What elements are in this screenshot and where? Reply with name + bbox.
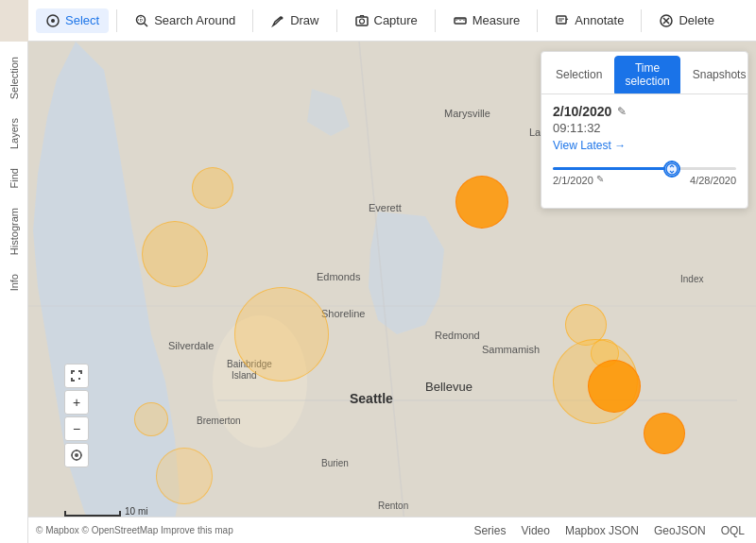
sidebar-tab-histogram[interactable]: Histogram <box>5 200 24 263</box>
slider-start-label: 2/1/2020 ✎ <box>553 174 610 187</box>
location-button[interactable] <box>64 443 89 467</box>
zoom-out-button[interactable]: − <box>64 416 89 441</box>
zoom-in-button[interactable]: + <box>64 390 89 415</box>
series-tool[interactable]: Series <box>470 522 509 539</box>
delete-label: Delete <box>679 13 714 27</box>
svg-text:Index: Index <box>680 274 703 284</box>
svg-text:Renton: Renton <box>378 501 408 511</box>
draw-label: Draw <box>290 13 318 27</box>
separator-3 <box>336 9 337 32</box>
time-panel: Selection Time selection Snapshots 2/10/… <box>541 51 748 209</box>
date-row: 2/10/2020 ✎ <box>553 104 736 119</box>
draw-tool[interactable]: Draw <box>261 8 328 33</box>
svg-text:Bremerton: Bremerton <box>197 416 241 426</box>
bottom-bar: © Mapbox © OpenStreetMap Improve this ma… <box>28 517 756 543</box>
slider-start-edit-icon[interactable]: ✎ <box>596 174 610 187</box>
annotate-label: Annotate <box>575 13 624 27</box>
select-tool[interactable]: Select <box>36 8 109 33</box>
separator-1 <box>116 9 117 32</box>
tab-snapshots[interactable]: Snapshots <box>682 56 756 93</box>
svg-rect-7 <box>356 17 368 25</box>
capture-label: Capture <box>374 13 418 27</box>
svg-text:Edmonds: Edmonds <box>317 271 361 282</box>
slider-end-label: 4/28/2020 <box>690 175 736 186</box>
capture-tool[interactable]: Capture <box>345 8 427 33</box>
svg-point-6 <box>281 16 284 19</box>
svg-point-46 <box>75 453 78 457</box>
svg-line-3 <box>145 23 148 26</box>
oql-tool[interactable]: OQL <box>717 522 748 539</box>
map-bubble[interactable] <box>234 287 329 382</box>
tab-time-selection[interactable]: Time selection <box>614 56 679 93</box>
map-bubble[interactable] <box>192 167 233 209</box>
svg-text:Seattle: Seattle <box>350 391 393 406</box>
map-controls: + − <box>64 364 89 467</box>
attribution: © Mapbox © OpenStreetMap Improve this ma… <box>36 525 233 535</box>
map-bubble[interactable] <box>455 176 508 229</box>
scale-text: 10 mi <box>125 506 147 517</box>
panel-content: 2/10/2020 ✎ 09:11:32 View Latest → 2/1/2… <box>541 94 747 208</box>
svg-text:Everett: Everett <box>369 202 402 213</box>
capture-icon <box>354 13 369 28</box>
separator-6 <box>641 9 642 32</box>
map-bubble[interactable] <box>644 413 685 454</box>
panel-tabs: Selection Time selection Snapshots <box>541 52 747 94</box>
measure-icon <box>453 13 468 28</box>
slider-container[interactable]: 2/1/2020 ✎ 4/28/2020 <box>553 163 736 191</box>
select-icon <box>45 13 60 28</box>
search-around-label: Search Around <box>154 13 235 27</box>
sidebar-tab-layers[interactable]: Layers <box>5 110 24 157</box>
sidebar-tab-selection[interactable]: Selection <box>5 49 24 107</box>
sidebar-tab-info[interactable]: Info <box>5 266 24 298</box>
search-around-icon <box>134 13 149 28</box>
svg-text:Silverdale: Silverdale <box>168 340 214 351</box>
svg-point-8 <box>359 19 364 24</box>
date-edit-icon[interactable]: ✎ <box>617 105 630 118</box>
bottom-tools: Series Video Mapbox JSON GeoJSON OQL <box>470 522 748 539</box>
svg-text:Sammamish: Sammamish <box>482 344 540 355</box>
date-value: 2/10/2020 <box>553 104 611 119</box>
separator-4 <box>435 9 436 32</box>
svg-text:Shoreline: Shoreline <box>321 308 365 319</box>
geojson-tool[interactable]: GeoJSON <box>650 522 710 539</box>
slider-thumb[interactable] <box>663 161 680 178</box>
mapbox-json-tool[interactable]: Mapbox JSON <box>561 522 643 539</box>
video-tool[interactable]: Video <box>517 522 553 539</box>
fullscreen-button[interactable] <box>64 364 89 388</box>
sidebar-tab-find[interactable]: Find <box>5 161 24 195</box>
attribution-text: © Mapbox © OpenStreetMap Improve this ma… <box>36 525 233 535</box>
left-sidebar: Selection Layers Find Histogram Info <box>0 42 28 543</box>
map-bubble[interactable] <box>156 448 213 504</box>
delete-tool[interactable]: Delete <box>649 8 724 33</box>
draw-icon <box>270 13 285 28</box>
svg-rect-15 <box>557 16 566 24</box>
scale-bar: 10 mi <box>64 506 147 517</box>
separator-2 <box>252 9 253 32</box>
measure-label: Measure <box>472 13 521 27</box>
toolbar: Select Search Around Draw Capture Measur… <box>28 0 756 42</box>
svg-text:Redmond: Redmond <box>435 330 480 341</box>
svg-text:Marysville: Marysville <box>444 108 490 119</box>
svg-text:Bellevue: Bellevue <box>425 380 472 394</box>
annotate-icon <box>555 13 570 28</box>
view-latest-link[interactable]: View Latest → <box>553 139 736 152</box>
slider-labels: 2/1/2020 ✎ 4/28/2020 <box>553 174 736 187</box>
delete-icon <box>659 13 674 28</box>
separator-5 <box>537 9 538 32</box>
map-bubble[interactable] <box>134 402 168 436</box>
select-label: Select <box>65 13 99 27</box>
map-bubble[interactable] <box>588 360 641 413</box>
svg-point-1 <box>51 19 55 23</box>
slider-track <box>553 167 736 170</box>
annotate-tool[interactable]: Annotate <box>545 8 633 33</box>
slider-fill <box>553 167 672 170</box>
tab-selection[interactable]: Selection <box>545 56 612 93</box>
map-bubble[interactable] <box>142 221 208 287</box>
time-value: 09:11:32 <box>553 121 736 135</box>
svg-text:Burien: Burien <box>321 458 349 468</box>
measure-tool[interactable]: Measure <box>443 8 530 33</box>
search-around-tool[interactable]: Search Around <box>125 8 245 33</box>
